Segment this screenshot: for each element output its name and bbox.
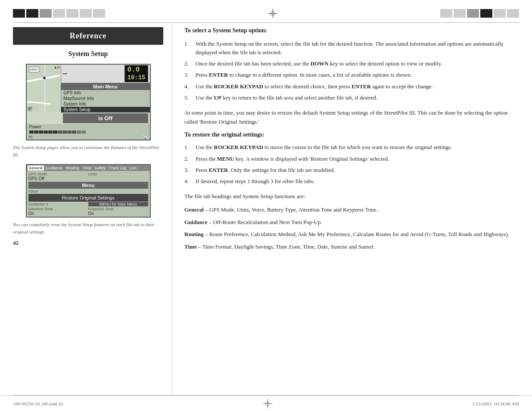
- paragraph-1: At some point in time, you may desire to…: [184, 109, 519, 127]
- step-text-4: Use the ROCKER KEYPAD to select the desi…: [196, 82, 519, 91]
- pb-3: [39, 131, 43, 134]
- device-menu-title: Main Menu: [61, 83, 150, 90]
- left-column: Reference System Setup HWY: [13, 23, 172, 395]
- device-bottom-row: 5² 📡: [27, 134, 150, 140]
- signal-icon: ▪▪▪: [63, 72, 67, 76]
- progress-bar: [29, 131, 147, 134]
- select-step-5: 5. Use the UP key to return to the file …: [184, 92, 519, 103]
- device2-tone-labels: Attention Tone Keypress Tone: [28, 207, 148, 211]
- tab-routing: Routing: [65, 165, 81, 171]
- device-caption-2: You can completely reset the System Setu…: [13, 221, 163, 235]
- paragraph-2: The file tab headings and System Setup f…: [184, 192, 519, 201]
- select-step-4: 4. Use the ROCKER KEYPAD to select the d…: [184, 81, 519, 92]
- restore-step-2: 2. Press the MENU key. A window is displ…: [184, 153, 519, 165]
- footer-right: 1/13/2003, 10:34:06 AM: [472, 401, 519, 406]
- top-center-crosshair: [105, 8, 440, 19]
- main-content: Reference System Setup HWY: [0, 23, 532, 395]
- block-light-3: [80, 9, 92, 18]
- units-label: Units: [88, 172, 148, 176]
- attention-label: Attention Tone: [28, 207, 88, 211]
- device2-grid: GPS Mode Units GPS Off Menu Voice Restor…: [27, 171, 150, 217]
- menu-item-system-info: System Info: [61, 101, 150, 107]
- speed-indicator: 5²: [28, 106, 32, 111]
- select-heading: To select a System Setup option:: [184, 27, 519, 34]
- restore-step-3: 3. Press ENTER. Only the settings for th…: [184, 165, 519, 176]
- block-light-4: [93, 9, 105, 18]
- select-step-2: 2. Once the desired file tab has been se…: [184, 58, 519, 69]
- device-top-row: HWY 5² ▲N ▪▪▪: [27, 65, 150, 124]
- device2-menu-bar: Menu: [28, 182, 148, 189]
- device2-tone-values: On On: [28, 211, 148, 216]
- device-is-off-panel: is Off: [63, 113, 148, 123]
- r-step-text-2: Press the MENU key. A window is displaye…: [196, 155, 519, 163]
- highway-marker: HWY: [29, 67, 40, 72]
- select-step-1: 1. With the System Setup on the screen, …: [184, 38, 519, 58]
- units-value: [88, 176, 148, 181]
- odometer-value: 0.0: [127, 66, 140, 74]
- device2-guidance-row: Guidance o MENU for Main Menu: [28, 202, 148, 206]
- block-r-light-4: [507, 9, 519, 18]
- step-num-4: 4.: [184, 82, 192, 91]
- bottom-bar: 190-00256-10_0B.indd 42 1/13/2003, 10:34…: [0, 395, 532, 411]
- menu-item-mapsource: MapSource Info: [61, 96, 150, 101]
- pb-7: [58, 131, 62, 134]
- page-number: 42: [13, 240, 163, 246]
- device-screen-1: HWY 5² ▲N ▪▪▪: [26, 64, 151, 140]
- device2-voice-row: Voice: [28, 189, 148, 193]
- block-r-light-2: [454, 9, 466, 18]
- device-map-area: HWY 5² ▲N: [27, 65, 61, 112]
- block-mid-1: [40, 9, 52, 18]
- gps-mode-value: GPS Off: [28, 176, 88, 181]
- pb-10: [72, 131, 76, 134]
- function-routing: Routing – Route Preference, Calculation …: [184, 230, 519, 239]
- tab-time: Time: [81, 165, 93, 171]
- page-container: Reference System Setup HWY: [0, 0, 532, 411]
- device2-values-row: GPS Off: [28, 176, 148, 181]
- compass: ▲N: [54, 65, 60, 69]
- pb-11: [77, 131, 81, 134]
- pb-6: [53, 131, 57, 134]
- device-bottom-left: 5²: [29, 135, 33, 139]
- device-menu-items: GPS Info MapSource Info System Info Syst…: [61, 90, 150, 112]
- voice-label: Voice: [28, 189, 88, 193]
- restore-steps-list: 1. Use the ROCKER KEYPAD to move the cur…: [184, 142, 519, 187]
- keypress-label: Keypress Tone: [88, 207, 148, 211]
- restore-heading: To restore the original settings:: [184, 131, 519, 138]
- tab-lon: Lon:: [128, 165, 139, 171]
- pb-9: [67, 131, 72, 134]
- restore-step-1: 1. Use the ROCKER KEYPAD to move the cur…: [184, 142, 519, 153]
- pb-4: [44, 131, 48, 134]
- block-dark-2: [26, 9, 38, 18]
- section-title: System Setup: [13, 50, 163, 58]
- pb-8: [62, 131, 67, 134]
- is-off-label: is Off: [63, 113, 148, 123]
- r-step-num-1: 1.: [184, 143, 192, 152]
- select-step-3: 3. Press ENTER to change to a different …: [184, 69, 519, 81]
- top-bar-right-blocks: [440, 9, 519, 18]
- device-caption-1: The System Setup pages allow you to cust…: [13, 144, 163, 158]
- reference-title: Reference: [70, 31, 107, 40]
- tab-guidance: Guidance: [45, 165, 64, 171]
- tab-safety: Safety: [93, 165, 107, 171]
- keypress-value: On: [88, 211, 148, 216]
- step-text-5: Use the UP key to return to the file tab…: [196, 93, 519, 102]
- device-bottom-antenna: 📡: [143, 135, 147, 139]
- step-num-2: 2.: [184, 59, 192, 68]
- device-top-display: ▪▪▪ 0.0 10:15: [61, 65, 150, 83]
- step-text-2: Once the desired file tab has been selec…: [196, 59, 519, 68]
- crosshair-circle: [271, 11, 275, 16]
- menu-item-system-setup: System Setup: [61, 107, 150, 112]
- restore-popup: Restore Original Settings: [28, 194, 148, 202]
- device-right-side: ▪▪▪ 0.0 10:15 Main Menu GPS Info: [61, 65, 150, 124]
- attention-value: On: [28, 211, 88, 216]
- menu-item-gps-info: GPS Info: [61, 90, 150, 96]
- device-power-row: Power: [27, 124, 150, 130]
- r-step-num-3: 3.: [184, 166, 192, 174]
- step-num-1: 1.: [184, 40, 192, 57]
- tab-tracklog: Track Log: [108, 165, 128, 171]
- road-h2: [27, 101, 50, 105]
- block-light-2: [66, 9, 78, 18]
- device-signal-icons: ▪▪▪: [63, 72, 67, 76]
- block-dark-1: [13, 9, 25, 18]
- r-step-num-2: 2.: [184, 155, 192, 163]
